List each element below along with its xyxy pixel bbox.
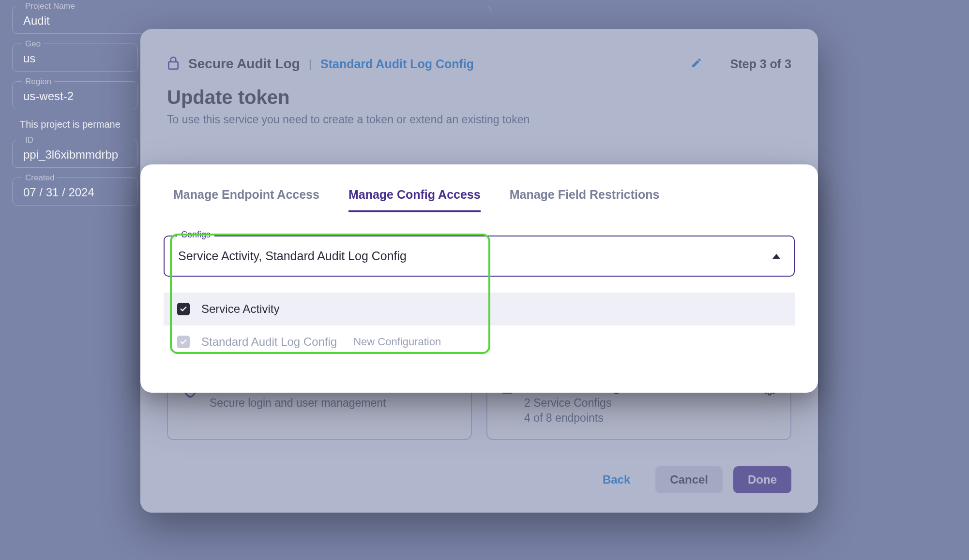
- geo-value: us: [23, 52, 127, 65]
- access-tabs: Manage Endpoint Access Manage Config Acc…: [164, 188, 795, 212]
- tab-config-access[interactable]: Manage Config Access: [348, 188, 481, 212]
- config-link[interactable]: Standard Audit Log Config: [320, 57, 474, 71]
- checkbox-checked-disabled-icon: [177, 336, 190, 348]
- checkbox-checked-icon: [177, 303, 190, 315]
- geo-label: Geo: [22, 39, 44, 49]
- project-name-value: Audit: [23, 14, 480, 28]
- sal-endpoints: 4 of 8 endpoints: [524, 412, 752, 425]
- created-label: Created: [22, 173, 57, 183]
- region-label: Region: [22, 77, 54, 87]
- wizard-title: Update token: [167, 87, 791, 108]
- geo-field[interactable]: Geo us: [12, 44, 138, 72]
- option-label: Standard Audit Log Config: [201, 335, 337, 349]
- option-hint: New Configuration: [353, 336, 441, 348]
- service-name: Secure Audit Log: [188, 56, 300, 72]
- id-value: ppi_3l6xibmmdrbp: [23, 148, 127, 162]
- configs-menu: Service Activity Standard Audit Log Conf…: [164, 293, 795, 358]
- project-name-label: Project Name: [22, 1, 78, 11]
- id-label: ID: [22, 135, 36, 145]
- id-field: ID ppi_3l6xibmmdrbp: [12, 140, 138, 168]
- wizard-step: Step 3 of 3: [730, 57, 791, 71]
- created-value: 07 / 31 / 2024: [23, 186, 127, 199]
- tab-field-restrictions[interactable]: Manage Field Restrictions: [510, 188, 660, 212]
- svg-rect-0: [168, 62, 178, 69]
- tab-endpoint-access[interactable]: Manage Endpoint Access: [173, 188, 319, 212]
- region-value: us-west-2: [23, 89, 127, 103]
- configs-control[interactable]: Service Activity, Standard Audit Log Con…: [164, 236, 795, 277]
- wizard-buttons: Back Cancel Done: [588, 466, 791, 493]
- option-service-activity[interactable]: Service Activity: [164, 293, 795, 325]
- configs-value: Service Activity, Standard Audit Log Con…: [178, 249, 407, 263]
- created-field: Created 07 / 31 / 2024: [12, 177, 138, 206]
- manage-access-panel: Manage Endpoint Access Manage Config Acc…: [140, 164, 818, 393]
- edit-icon[interactable]: [691, 57, 702, 71]
- breadcrumb-separator: |: [309, 57, 312, 71]
- authn-desc: Secure login and user management: [210, 397, 457, 410]
- option-standard-audit-log-config[interactable]: Standard Audit Log Config New Configurat…: [164, 325, 795, 358]
- caret-up-icon: [772, 254, 780, 259]
- wizard-subtitle: To use this service you need to create a…: [167, 113, 791, 126]
- region-field[interactable]: Region us-west-2: [12, 81, 138, 109]
- cancel-button[interactable]: Cancel: [655, 466, 723, 493]
- done-button[interactable]: Done: [733, 466, 791, 493]
- configs-multiselect: Configs Service Activity, Standard Audit…: [164, 236, 795, 277]
- option-label: Service Activity: [201, 302, 279, 316]
- wizard-header: Secure Audit Log | Standard Audit Log Co…: [167, 56, 791, 72]
- lock-icon: [167, 56, 180, 72]
- sal-configs: 2 Service Configs: [524, 397, 752, 410]
- configs-fieldset-label: Configs: [177, 230, 214, 240]
- back-button[interactable]: Back: [588, 466, 645, 493]
